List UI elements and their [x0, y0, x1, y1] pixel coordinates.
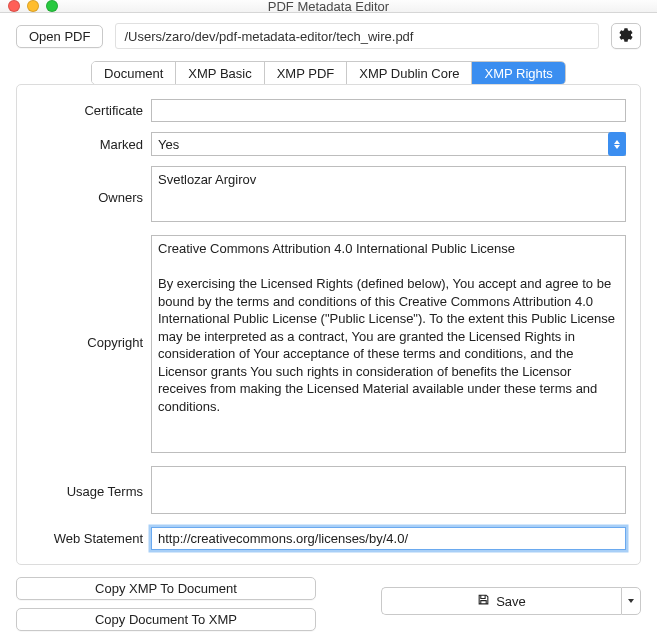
row-web-statement: Web Statement: [31, 527, 626, 550]
settings-button[interactable]: [611, 23, 641, 49]
button-label: Copy Document To XMP: [95, 612, 237, 627]
tab-strip: Document XMP Basic XMP PDF XMP Dublin Co…: [91, 61, 566, 85]
file-path-text: /Users/zaro/dev/pdf-metadata-editor/tech…: [124, 29, 413, 44]
button-label: Copy XMP To Document: [95, 581, 237, 596]
tab-label: Document: [104, 66, 163, 81]
copy-document-to-xmp-button[interactable]: Copy Document To XMP: [16, 608, 316, 631]
row-owners: Owners: [31, 166, 626, 225]
tab-xmp-dublin-core[interactable]: XMP Dublin Core: [347, 62, 472, 84]
tab-label: XMP Rights: [484, 66, 552, 81]
tab-xmp-pdf[interactable]: XMP PDF: [265, 62, 348, 84]
chevron-down-icon: [628, 599, 634, 603]
select-stepper-icon: [608, 132, 626, 156]
titlebar: PDF Metadata Editor: [0, 0, 657, 13]
tab-label: XMP PDF: [277, 66, 335, 81]
gear-icon: [618, 27, 634, 46]
row-marked: Marked Yes: [31, 132, 626, 156]
traffic-lights: [8, 0, 58, 12]
xmp-rights-pane: Certificate Marked Yes: [16, 84, 641, 565]
row-copyright: Copyright: [31, 235, 626, 456]
app-window: PDF Metadata Editor Open PDF /Users/zaro…: [0, 0, 657, 638]
label-marked: Marked: [31, 137, 151, 152]
content-area: Certificate Marked Yes: [16, 85, 641, 565]
row-usage-terms: Usage Terms: [31, 466, 626, 517]
marked-select[interactable]: Yes: [151, 132, 626, 156]
tab-label: XMP Dublin Core: [359, 66, 459, 81]
copy-xmp-to-document-button[interactable]: Copy XMP To Document: [16, 577, 316, 600]
usage-terms-input[interactable]: [151, 466, 626, 514]
label-usage-terms: Usage Terms: [31, 466, 151, 499]
bottom-left-buttons: Copy XMP To Document Copy Document To XM…: [16, 577, 316, 631]
tab-label: XMP Basic: [188, 66, 251, 81]
tab-bar: Document XMP Basic XMP PDF XMP Dublin Co…: [0, 61, 657, 85]
close-window-button[interactable]: [8, 0, 20, 12]
tab-document[interactable]: Document: [92, 62, 176, 84]
certificate-input[interactable]: [151, 99, 626, 122]
minimize-window-button[interactable]: [27, 0, 39, 12]
file-path-display: /Users/zaro/dev/pdf-metadata-editor/tech…: [115, 23, 599, 49]
label-web-statement: Web Statement: [31, 531, 151, 546]
row-certificate: Certificate: [31, 99, 626, 122]
save-button[interactable]: Save: [381, 587, 621, 615]
label-owners: Owners: [31, 166, 151, 205]
save-button-label: Save: [496, 594, 526, 609]
open-pdf-button-label: Open PDF: [29, 29, 90, 44]
open-pdf-button[interactable]: Open PDF: [16, 25, 103, 48]
save-dropdown-toggle[interactable]: [621, 587, 641, 615]
window-title: PDF Metadata Editor: [0, 0, 657, 14]
owners-input[interactable]: [151, 166, 626, 222]
tab-xmp-rights[interactable]: XMP Rights: [472, 62, 564, 84]
save-split-button: Save: [381, 587, 641, 615]
label-copyright: Copyright: [31, 235, 151, 350]
save-icon: [477, 593, 490, 609]
web-statement-input[interactable]: [151, 527, 626, 550]
tab-xmp-basic[interactable]: XMP Basic: [176, 62, 264, 84]
zoom-window-button[interactable]: [46, 0, 58, 12]
toolbar: Open PDF /Users/zaro/dev/pdf-metadata-ed…: [0, 13, 657, 59]
bottom-bar: Copy XMP To Document Copy Document To XM…: [0, 565, 657, 638]
copyright-input[interactable]: [151, 235, 626, 453]
label-certificate: Certificate: [31, 103, 151, 118]
marked-select-value: Yes: [158, 137, 179, 152]
bottom-right: Save: [332, 577, 641, 615]
